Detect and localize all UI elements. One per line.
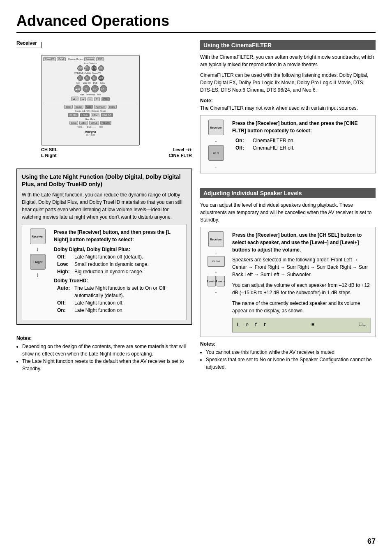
receiver-icon: Receiver	[30, 229, 46, 244]
dd-low-desc: Small reduction in dynamic range.	[74, 261, 182, 268]
cinemafilter-on-desc: CinemaFILTER on.	[253, 137, 371, 144]
late-night-section: Using the Late Night Function (Dolby Dig…	[16, 169, 192, 325]
level-plus-btn-icon: Level+	[217, 276, 225, 286]
receiver-box: Phono/CD Zone2 Remote Mode— Receiver DVD…	[41, 55, 140, 145]
late-night-note-2: The Late Night function resets to the de…	[22, 358, 192, 372]
late-night-body: With the Late Night function, you can re…	[22, 191, 187, 221]
instr-main-text: Press the [Receiver] button, and then pr…	[54, 229, 182, 243]
cinemafilter-icons: Receiver ↓ Ch Fl ↓	[205, 120, 227, 169]
thd-item-on: On: Late Night function on.	[57, 307, 182, 314]
adj-speaker-note-1: You cannot use this function while the A…	[206, 349, 376, 356]
cinemafilter-instr-box: Receiver ↓ Ch Fl ↓ Press the [Receiver] …	[200, 115, 376, 173]
cinemafilter-on-label: On:	[235, 137, 251, 144]
late-night-notes-list: Depending on the design of the contents,…	[22, 343, 192, 372]
adj-speaker-body: You can adjust the level of individual s…	[200, 201, 376, 224]
thd-on-desc: Late Night function on.	[74, 307, 182, 314]
speaker-arrow1: ↓	[214, 248, 217, 255]
cinemafilter-body2: CinemaFILTER can be used with the follow…	[200, 72, 376, 94]
ch-sel-label: CH SEL	[41, 147, 58, 152]
dd-sub-section: Dolby Digital, Dolby Digital Plus: Off: …	[54, 246, 182, 275]
thd-off-label: Off:	[57, 299, 73, 307]
receiver-diagram: Receiver Phono/CD Zone2 Remote Mode— Rec…	[16, 40, 192, 158]
dd-off-desc: Late Night function off (default).	[74, 253, 182, 261]
thd-auto-desc: The Late Night function is set to On or …	[74, 284, 182, 299]
adj-speaker-instr-main: Press the [Receiver] button, use the [CH…	[232, 231, 371, 254]
late-night-notes-title: Notes:	[16, 335, 192, 341]
late-night-heading: Using the Late Night Function (Dolby Dig…	[22, 173, 187, 188]
adj-speaker-notes-title: Notes:	[200, 341, 376, 347]
thd-auto-label: Auto:	[57, 284, 73, 299]
cinemafilter-note-title: Note:	[200, 98, 213, 104]
adj-speaker-text1: Speakers are selected in the following o…	[232, 256, 371, 278]
dd-item-high: High: Big reduction in dynamic range.	[57, 268, 182, 275]
adj-speaker-text3: The name of the currently selected speak…	[232, 300, 371, 314]
late-night-instr-box: Receiver ↓ L Night ↓ Press the [Receiver…	[22, 224, 187, 320]
adj-speaker-notes: Notes: You cannot use this function whil…	[200, 341, 376, 371]
late-night-instr-text: Press the [Receiver] button, and then pr…	[54, 229, 182, 316]
cinemafilter-arrow1: ↓	[214, 137, 217, 143]
ch-sel-btn-icon: Ch Sel	[208, 256, 225, 267]
page-number: 67	[367, 537, 376, 546]
cinemafilter-heading: Using the CinemaFILTER	[200, 40, 376, 50]
cinemafilter-off-desc: CinemaFILTER off.	[253, 144, 371, 152]
thd-item-auto: Auto: The Late Night function is set to …	[57, 284, 182, 299]
late-night-notes: Notes: Depending on the design of the co…	[16, 335, 192, 372]
cinemafilter-off: Off: CinemaFILTER off.	[235, 144, 371, 152]
dd-low-label: Low:	[57, 261, 73, 268]
adj-speaker-text2: You can adjust the volume of each speake…	[232, 282, 371, 296]
cine-fltr-label: CINE FLTR	[168, 153, 192, 158]
thd-title: Dolby TrueHD:	[54, 277, 182, 284]
late-night-icons: Receiver ↓ L Night ↓	[26, 229, 49, 316]
dd-high-desc: Big reduction in dynamic range.	[74, 268, 182, 275]
thd-sub-section: Dolby TrueHD: Auto: The Late Night funct…	[54, 277, 182, 314]
adj-speaker-note-2: Speakers that are set to No or None in t…	[206, 356, 376, 371]
cinemafilter-section: Using the CinemaFILTER With the CinemaFI…	[200, 40, 376, 173]
dd-off-label: Off:	[57, 253, 73, 261]
cinemafilter-body1: With the CinemaFILTER, you can soften ov…	[200, 53, 376, 68]
cinemafilter-instr-main: Press the [Receiver] button, and then pr…	[232, 120, 371, 134]
thd-item-off: Off: Late Night function off.	[57, 299, 182, 307]
display-left-text: L e f t	[237, 321, 268, 329]
receiver-label: Receiver	[16, 40, 37, 46]
cinemafilter-off-label: Off:	[235, 144, 251, 152]
ch-sel-icon: Ch Fl	[208, 145, 224, 161]
speaker-arrow2: ↓	[214, 268, 217, 275]
level-label: Level –/+	[173, 147, 192, 152]
speaker-arrow3: ↓	[214, 288, 217, 294]
dd-title: Dolby Digital, Dolby Digital Plus:	[54, 246, 182, 253]
speaker-display: L e f t ≡ □≡	[232, 318, 371, 332]
arrow-down-icon: ↓	[36, 246, 39, 252]
page-title: Advanced Operations	[16, 12, 376, 33]
cinemafilter-receiver-icon: Receiver	[208, 120, 224, 135]
display-indicator: □≡	[359, 321, 367, 330]
dd-high-label: High:	[57, 268, 73, 275]
adj-speaker-section: Adjusting Individual Speaker Levels You …	[200, 188, 376, 371]
cinemafilter-note-text: The CinemaFILTER may not work when used …	[200, 105, 358, 111]
adj-speaker-instr-text: Press the [Receiver] button, use the [CH…	[232, 231, 371, 332]
arrow-down-icon2: ↓	[36, 271, 39, 278]
l-night-label: L Night	[41, 153, 57, 158]
cinemafilter-on: On: CinemaFILTER on.	[235, 137, 371, 144]
cinemafilter-arrow2: ↓	[214, 162, 217, 169]
l-night-icon: L Night	[30, 254, 46, 270]
late-night-note-1: Depending on the design of the contents,…	[22, 343, 192, 358]
dd-item-off: Off: Late Night function off (default).	[57, 253, 182, 261]
thd-on-label: On:	[57, 307, 73, 314]
adj-speaker-notes-list: You cannot use this function while the A…	[206, 349, 376, 371]
adj-speaker-instr-box: Receiver ↓ Ch Sel ↓ Level– Level+	[200, 227, 376, 337]
cinemafilter-instr-text: Press the [Receiver] button, and then pr…	[232, 120, 371, 169]
speaker-icons-col: Receiver ↓ Ch Sel ↓ Level– Level+	[205, 231, 227, 332]
speaker-receiver-icon: Receiver	[208, 231, 224, 247]
dd-item-low: Low: Small reduction in dynamic range.	[57, 261, 182, 268]
display-value: ≡	[311, 321, 316, 329]
level-minus-btn-icon: Level–	[208, 276, 216, 286]
cinemafilter-note: Note: The CinemaFILTER may not work when…	[200, 97, 376, 112]
thd-off-desc: Late Night function off.	[74, 299, 182, 307]
adj-speaker-heading: Adjusting Individual Speaker Levels	[200, 188, 376, 198]
